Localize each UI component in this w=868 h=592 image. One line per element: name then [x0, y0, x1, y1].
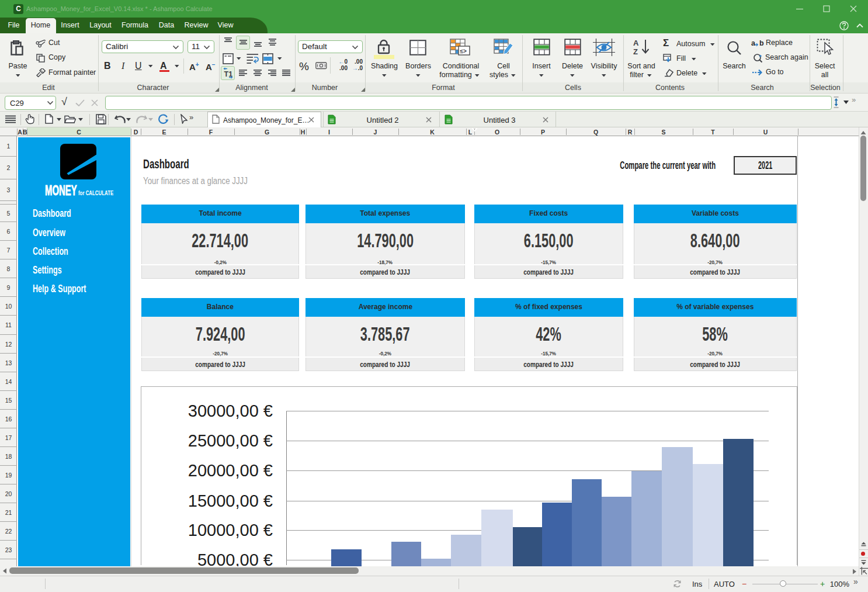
svg-text:≤>: ≤> [460, 48, 467, 54]
svg-text:A: A [633, 39, 639, 47]
svg-text:Z: Z [633, 47, 638, 56]
